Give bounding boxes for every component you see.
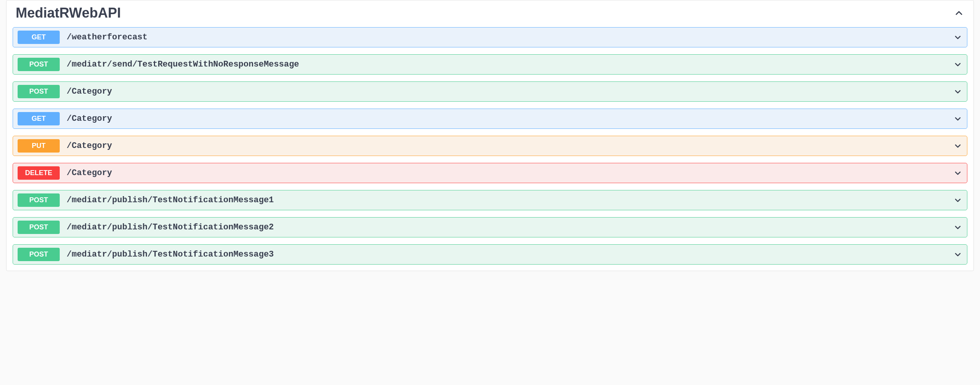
operation-path: /mediatr/publish/TestNotificationMessage…: [67, 195, 953, 205]
operation-row[interactable]: POST/mediatr/publish/TestNotificationMes…: [13, 190, 967, 210]
section-header[interactable]: MediatRWebAPI: [7, 0, 973, 27]
operation-path: /Category: [67, 141, 953, 151]
operation-row[interactable]: POST/mediatr/publish/TestNotificationMes…: [13, 244, 967, 265]
chevron-down-icon: [953, 141, 962, 151]
chevron-down-icon: [953, 196, 962, 205]
chevron-down-icon: [953, 223, 962, 232]
operation-row[interactable]: POST/Category: [13, 81, 967, 102]
chevron-up-icon: [954, 8, 964, 18]
chevron-down-icon: [953, 60, 962, 69]
method-badge: DELETE: [18, 166, 60, 180]
operation-path: /Category: [67, 168, 953, 178]
method-badge: GET: [18, 31, 60, 44]
operation-path: /Category: [67, 87, 953, 96]
operation-row[interactable]: POST/mediatr/send/TestRequestWithNoRespo…: [13, 54, 967, 75]
method-badge: POST: [18, 221, 60, 234]
operation-path: /mediatr/publish/TestNotificationMessage…: [67, 250, 953, 259]
method-badge: POST: [18, 193, 60, 207]
operations-list: GET/weatherforecastPOST/mediatr/send/Tes…: [7, 27, 973, 271]
section-title: MediatRWebAPI: [16, 5, 121, 21]
chevron-down-icon: [953, 250, 962, 259]
operation-path: /mediatr/publish/TestNotificationMessage…: [67, 223, 953, 232]
operation-path: /mediatr/send/TestRequestWithNoResponseM…: [67, 60, 953, 69]
api-section: MediatRWebAPI GET/weatherforecastPOST/me…: [6, 0, 974, 271]
chevron-down-icon: [953, 169, 962, 178]
operation-path: /Category: [67, 114, 953, 123]
method-badge: GET: [18, 112, 60, 125]
operation-row[interactable]: GET/Category: [13, 109, 967, 129]
operation-row[interactable]: DELETE/Category: [13, 163, 967, 183]
chevron-down-icon: [953, 87, 962, 96]
method-badge: POST: [18, 58, 60, 71]
operation-row[interactable]: GET/weatherforecast: [13, 27, 967, 47]
method-badge: POST: [18, 248, 60, 261]
operation-path: /weatherforecast: [67, 32, 953, 42]
operation-row[interactable]: PUT/Category: [13, 136, 967, 156]
operation-row[interactable]: POST/mediatr/publish/TestNotificationMes…: [13, 217, 967, 237]
chevron-down-icon: [953, 33, 962, 42]
chevron-down-icon: [953, 114, 962, 123]
method-badge: POST: [18, 85, 60, 98]
method-badge: PUT: [18, 139, 60, 153]
